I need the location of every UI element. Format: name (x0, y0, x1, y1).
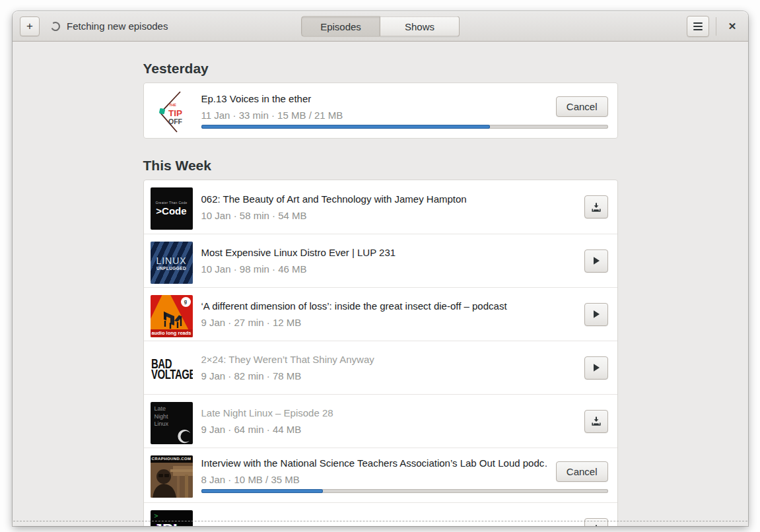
download-icon (591, 416, 602, 426)
download-progressbar (201, 125, 608, 129)
svg-text:THE: THE (169, 103, 176, 107)
status-text: Fetching new episodes (67, 20, 168, 32)
episode-action (584, 303, 608, 326)
episode-body: Interview with the National Science Teac… (201, 455, 608, 496)
episode-sections: Yesterday THE TIP OFF Ep.13 Voices in th… (143, 61, 618, 526)
episode-action (584, 410, 608, 433)
header-right: ✕ (687, 16, 743, 37)
download-progressbar (201, 489, 608, 493)
download-button[interactable] (584, 410, 608, 433)
tab-episodes[interactable]: Episodes (301, 16, 380, 36)
episode-action (584, 518, 608, 527)
menu-button[interactable] (687, 16, 709, 37)
episode-title: Ep.13 Voices in the ether (201, 93, 547, 104)
plus-icon: + (26, 20, 33, 32)
download-button[interactable] (584, 195, 608, 218)
episode-title: Interview with the National Science Teac… (201, 457, 547, 469)
download-icon (591, 524, 602, 526)
episode-section: Yesterday THE TIP OFF Ep.13 Voices in th… (143, 61, 618, 139)
episode-body: Most Expensive Linux Distro Ever | LUP 2… (201, 241, 608, 281)
episode-body: Bot or Not (201, 510, 608, 526)
episode-card: THE TIP OFF Ep.13 Voices in the ether 11… (143, 83, 618, 139)
episode-title: Bot or Not (201, 524, 575, 527)
show-artwork: BADVOLTAGE (151, 349, 193, 391)
app-window: + Fetching new episodes Episodes Shows ✕… (13, 11, 748, 526)
episode-title: Late Night Linux – Episode 28 (201, 407, 575, 418)
episode-title: Most Expensive Linux Distro Ever | LUP 2… (201, 247, 575, 258)
episode-meta: 9 Jan · 27 min · 12 MB (201, 317, 575, 328)
section-title: Yesterday (143, 61, 618, 77)
episode-info: 2×24: They Weren’t That Shiny Anyway 9 J… (201, 354, 575, 382)
episode-info: Late Night Linux – Episode 28 9 Jan · 64… (201, 407, 575, 435)
episode-info: 062: The Beauty of Art and Technology wi… (201, 193, 575, 221)
episode-title: 062: The Beauty of Art and Technology wi… (201, 193, 575, 205)
episode-body: Late Night Linux – Episode 28 9 Jan · 64… (201, 401, 608, 441)
episode-action (584, 249, 608, 273)
episode-card: Greater Than Code>Code 062: The Beauty o… (143, 180, 618, 526)
tab-shows[interactable]: Shows (380, 16, 460, 36)
view-switcher: Episodes Shows (301, 16, 460, 36)
episode-meta: 10 Jan · 98 min · 46 MB (201, 263, 575, 275)
play-button[interactable] (584, 249, 608, 273)
episode-meta: 9 Jan · 82 min · 78 MB (201, 370, 575, 382)
show-artwork: THE TIP OFF (151, 90, 193, 133)
episode-body: 062: The Beauty of Art and Technology wi… (201, 187, 608, 227)
episode-action: Cancel (556, 96, 608, 117)
episode-info: Interview with the National Science Teac… (201, 457, 547, 485)
episode-info: Bot or Not (201, 524, 575, 527)
headerbar: + Fetching new episodes Episodes Shows ✕ (13, 11, 748, 42)
play-button[interactable] (584, 303, 608, 326)
episode-meta: 9 Jan · 64 min · 44 MB (201, 424, 575, 435)
episode-row[interactable]: THE TIP OFF Ep.13 Voices in the ether 11… (144, 83, 617, 138)
episode-body: 2×24: They Weren’t That Shiny Anyway 9 J… (201, 348, 608, 387)
episode-action (584, 195, 608, 218)
episode-info: ‘A different dimension of loss’: inside … (201, 300, 575, 328)
episode-action (584, 356, 608, 380)
show-artwork: gaudio long reads (151, 295, 193, 337)
episode-action: Cancel (556, 461, 608, 482)
episode-row[interactable]: BADVOLTAGE 2×24: They Weren’t That Shiny… (144, 341, 617, 394)
episode-section: This Week Greater Than Code>Code 062: Th… (143, 158, 618, 526)
svg-text:OFF: OFF (168, 117, 183, 125)
episode-row[interactable]: Greater Than Code>Code 062: The Beauty o… (144, 180, 617, 234)
play-icon (591, 255, 602, 266)
play-icon (591, 309, 602, 319)
episode-scroll-area[interactable]: Yesterday THE TIP OFF Ep.13 Voices in th… (13, 42, 748, 526)
cancel-button[interactable]: Cancel (556, 461, 608, 482)
status-area: Fetching new episodes (50, 20, 168, 32)
episode-title: ‘A different dimension of loss’: inside … (201, 300, 575, 312)
episode-info: Most Expensive Linux Distro Ever | LUP 2… (201, 247, 575, 275)
close-button[interactable]: ✕ (723, 17, 742, 36)
svg-text:TIP: TIP (168, 108, 182, 118)
download-progress-fill (201, 489, 324, 493)
episode-row[interactable]: LateNightLinux Late Night Linux – Episod… (144, 394, 617, 448)
episode-body: Ep.13 Voices in the ether 11 Jan · 33 mi… (201, 90, 608, 131)
show-artwork: Greater Than Code>Code (151, 187, 193, 230)
cancel-button[interactable]: Cancel (556, 96, 608, 117)
header-separator (716, 17, 716, 36)
episode-body: ‘A different dimension of loss’: inside … (201, 294, 608, 334)
show-artwork: LINUXUNPLUGGED (151, 242, 193, 284)
episode-row[interactable]: gaudio long reads ‘A different dimension… (144, 287, 617, 341)
episode-row[interactable]: LINUXUNPLUGGED Most Expensive Linux Dist… (144, 234, 617, 287)
show-artwork: LateNightLinux (151, 402, 193, 444)
episode-meta: 10 Jan · 58 min · 54 MB (201, 210, 575, 221)
play-button[interactable] (584, 356, 608, 380)
close-icon: ✕ (728, 20, 737, 32)
episode-meta: 8 Jan · 10 MB / 35 MB (201, 474, 547, 485)
download-button[interactable] (584, 518, 608, 527)
scroll-undershoot-indicator (13, 521, 747, 521)
download-icon (591, 202, 602, 213)
play-icon (591, 362, 602, 373)
episode-info: Ep.13 Voices in the ether 11 Jan · 33 mi… (201, 93, 547, 121)
episode-row[interactable]: >JRI Bot or Not (144, 502, 617, 526)
add-podcast-button[interactable]: + (20, 17, 40, 36)
episode-row[interactable]: CRAPHOUND.COM Interview with the Nationa… (144, 448, 617, 502)
hamburger-menu-icon (693, 22, 703, 30)
download-progress-fill (201, 125, 490, 129)
episode-meta: 11 Jan · 33 min · 15 MB / 21 MB (201, 110, 547, 121)
spinner-icon (50, 21, 61, 32)
show-artwork: CRAPHOUND.COM (151, 455, 193, 498)
section-title: This Week (143, 158, 618, 174)
episode-title: 2×24: They Weren’t That Shiny Anyway (201, 354, 575, 365)
